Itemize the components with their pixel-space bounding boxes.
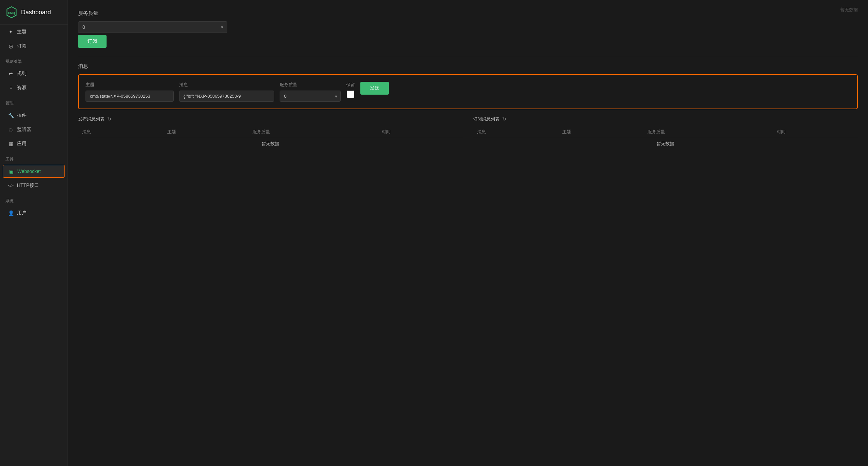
section-label-system: 系统 — [0, 193, 68, 206]
sidebar-item-label: 主题 — [17, 29, 26, 35]
publish-refresh-icon[interactable]: ↻ — [107, 116, 111, 122]
subscribe-table-header-row: 订阅消息列表 ↻ — [473, 116, 858, 122]
subscribe-col-topic: 主题 — [558, 126, 643, 138]
subscribe-section: 服务质量 0 1 2 ▾ 订阅 — [78, 10, 858, 48]
subscribe-button[interactable]: 订阅 — [78, 35, 107, 48]
sidebar-item-label: 规则 — [17, 71, 26, 77]
retain-checkbox[interactable] — [347, 91, 354, 98]
sidebar-item-label: Websocket — [17, 169, 41, 174]
emq-logo-icon: EMQ — [5, 6, 18, 18]
sidebar-item-monitor[interactable]: ◌ 监听器 — [3, 123, 65, 136]
sidebar-item-topic[interactable]: ✦ 主题 — [3, 25, 65, 38]
topic-field-label: 主题 — [86, 82, 174, 88]
sidebar-item-label: 资源 — [17, 85, 26, 91]
publish-table-section: 发布消息列表 ↻ 消息 主题 服务质量 时间 暂无数据 — [78, 116, 463, 150]
section-label-management: 管理 — [0, 95, 68, 108]
message-section-label: 消息 — [78, 63, 858, 70]
subscribe-refresh-icon[interactable]: ↻ — [502, 116, 506, 122]
publish-table: 消息 主题 服务质量 时间 暂无数据 — [78, 126, 463, 150]
sidebar-item-apps[interactable]: ▦ 应用 — [3, 137, 65, 150]
send-button[interactable]: 发送 — [360, 82, 389, 95]
sidebar-item-label: 监听器 — [17, 127, 31, 133]
sidebar-item-plugins[interactable]: 🔧 插件 — [3, 109, 65, 122]
subscribe-table-section: 订阅消息列表 ↻ 消息 主题 服务质量 时间 暂无数据 — [473, 116, 858, 150]
sidebar-item-label: 订阅 — [17, 43, 26, 49]
logo-area: EMQ Dashboard — [0, 0, 68, 25]
rules-icon: ⇌ — [8, 71, 14, 76]
payload-field-group: 消息 — [179, 82, 274, 102]
apps-icon: ▦ — [8, 141, 14, 147]
payload-field-label: 消息 — [179, 82, 274, 88]
sidebar-item-label: 应用 — [17, 141, 26, 147]
message-section: 消息 主题 消息 服务质量 0 1 2 — [78, 63, 858, 150]
http-icon: </> — [8, 183, 14, 188]
publish-col-time: 时间 — [378, 126, 463, 138]
sidebar-item-subscribe[interactable]: ◎ 订阅 — [3, 40, 65, 53]
publish-table-header-row: 发布消息列表 ↻ — [78, 116, 463, 122]
msg-qos-field-group: 服务质量 0 1 2 ▾ — [280, 82, 341, 102]
payload-input[interactable] — [179, 91, 274, 102]
subscribe-qos-select[interactable]: 0 1 2 — [78, 21, 227, 33]
topic-input[interactable] — [86, 91, 174, 102]
sidebar-item-label: HTTP接口 — [17, 182, 39, 189]
message-compose-box: 主题 消息 服务质量 0 1 2 ▾ — [78, 74, 858, 109]
resources-icon: ≡ — [8, 85, 14, 91]
retain-label: 保留 — [346, 82, 355, 88]
sidebar-item-websocket[interactable]: ▣ Websocket — [3, 165, 65, 178]
monitor-icon: ◌ — [8, 127, 14, 132]
retain-field-group: 保留 — [346, 82, 355, 98]
section-label-tools: 工具 — [0, 151, 68, 164]
app-title: Dashboard — [21, 9, 51, 16]
sidebar-item-label: 插件 — [17, 112, 26, 118]
subscribe-col-qos: 服务质量 — [643, 126, 773, 138]
msg-qos-select[interactable]: 0 1 2 — [280, 91, 341, 102]
tables-row: 发布消息列表 ↻ 消息 主题 服务质量 时间 暂无数据 — [78, 116, 858, 150]
subscribe-icon: ◎ — [8, 43, 14, 49]
publish-table-title: 发布消息列表 — [78, 116, 105, 122]
msg-qos-label: 服务质量 — [280, 82, 341, 88]
publish-no-data: 暂无数据 — [78, 138, 463, 150]
sidebar: EMQ Dashboard ✦ 主题 ◎ 订阅 规则引擎 ⇌ 规则 ≡ 资源 管… — [0, 0, 68, 466]
main-content: 暂无数据 服务质量 0 1 2 ▾ 订阅 消息 主题 消息 — [68, 0, 868, 466]
send-button-wrapper: 发送 — [360, 82, 389, 95]
msg-qos-select-wrapper: 0 1 2 ▾ — [280, 91, 341, 102]
sidebar-item-label: 用户 — [17, 210, 26, 216]
section-label-rules-engine: 规则引擎 — [0, 53, 68, 66]
subscribe-table-title: 订阅消息列表 — [473, 116, 499, 122]
plugins-icon: 🔧 — [8, 113, 14, 118]
sidebar-item-resources[interactable]: ≡ 资源 — [3, 81, 65, 94]
subscribe-table: 消息 主题 服务质量 时间 暂无数据 — [473, 126, 858, 150]
sidebar-item-users[interactable]: 👤 用户 — [3, 207, 65, 219]
websocket-icon: ▣ — [8, 169, 14, 174]
subscribe-qos-wrapper: 0 1 2 ▾ — [78, 21, 227, 33]
sidebar-item-rules[interactable]: ⇌ 规则 — [3, 67, 65, 80]
subscribe-col-message: 消息 — [473, 126, 558, 138]
publish-col-qos: 服务质量 — [248, 126, 378, 138]
subscribe-qos-label: 服务质量 — [78, 10, 858, 17]
topic-field-group: 主题 — [86, 82, 174, 102]
publish-col-message: 消息 — [78, 126, 163, 138]
users-icon: 👤 — [8, 210, 14, 216]
top-no-data-badge: 暂无数据 — [840, 7, 858, 13]
divider-1 — [78, 56, 858, 56]
subscribe-col-time: 时间 — [773, 126, 858, 138]
subscribe-no-data: 暂无数据 — [473, 138, 858, 150]
sidebar-item-http[interactable]: </> HTTP接口 — [3, 179, 65, 192]
topic-icon: ✦ — [8, 29, 14, 35]
svg-text:EMQ: EMQ — [8, 11, 15, 15]
publish-col-topic: 主题 — [163, 126, 248, 138]
